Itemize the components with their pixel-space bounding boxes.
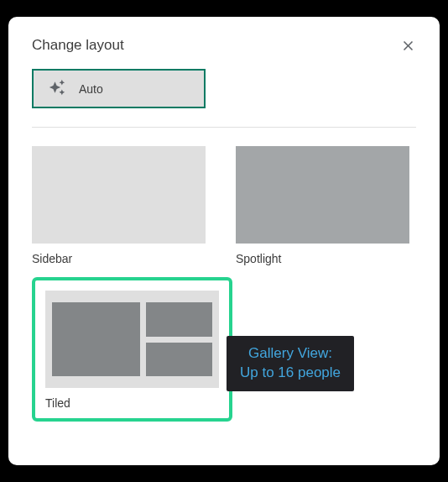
dialog-header: Change layout [32, 37, 416, 54]
close-icon [400, 38, 416, 54]
auto-layout-button[interactable]: Auto [32, 69, 206, 108]
sidebar-preview [32, 146, 206, 244]
tiled-label: Tiled [45, 396, 219, 410]
close-button[interactable] [400, 38, 416, 54]
tooltip-line1: Gallery View: [240, 344, 341, 364]
gallery-tooltip: Gallery View: Up to 16 people [227, 336, 354, 391]
sparkle-icon [49, 79, 65, 99]
spotlight-label: Spotlight [236, 252, 409, 265]
change-layout-dialog: Change layout Auto Sidebar [8, 17, 440, 465]
layout-options-row: Sidebar Spotlight [32, 146, 416, 265]
spotlight-preview [236, 146, 409, 244]
tiled-preview [45, 291, 219, 388]
dialog-title: Change layout [32, 37, 124, 54]
sidebar-label: Sidebar [32, 252, 206, 265]
sidebar-layout-option[interactable]: Sidebar [32, 146, 206, 265]
divider [32, 127, 416, 128]
auto-label: Auto [79, 82, 103, 96]
spotlight-layout-option[interactable]: Spotlight [236, 146, 409, 265]
tiled-layout-option[interactable]: Tiled [32, 277, 232, 422]
tooltip-line2: Up to 16 people [240, 364, 341, 383]
